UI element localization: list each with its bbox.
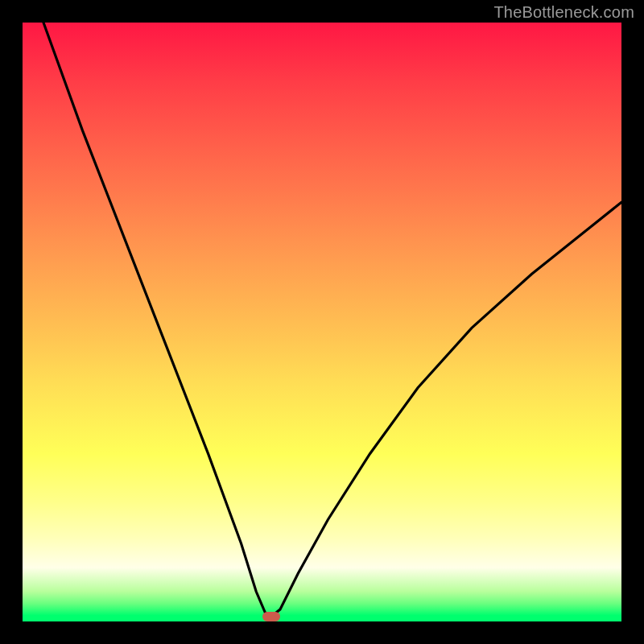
bottleneck-curve-path xyxy=(43,23,621,617)
chart-curve-svg xyxy=(0,0,644,644)
optimal-point-marker xyxy=(262,612,280,621)
bottleneck-chart: TheBottleneck.com xyxy=(0,0,644,644)
watermark-text: TheBottleneck.com xyxy=(493,3,634,22)
